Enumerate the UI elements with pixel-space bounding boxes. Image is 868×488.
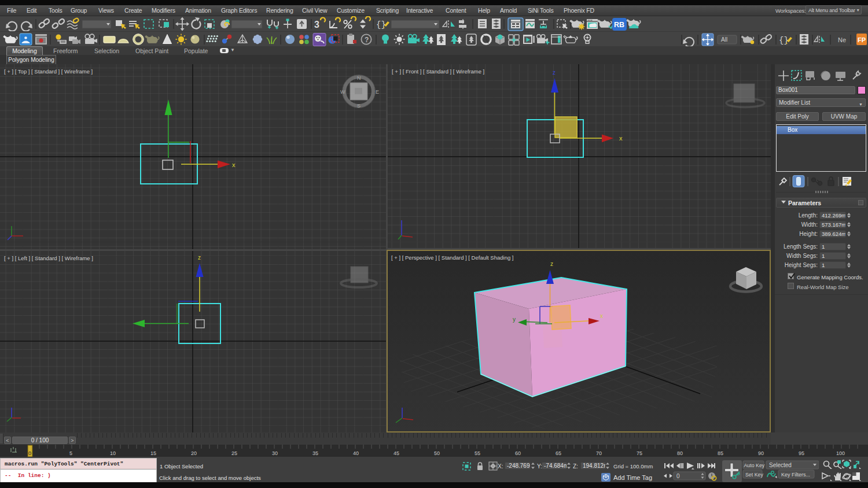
svg-text:z: z bbox=[198, 254, 201, 261]
svg-text:?: ? bbox=[365, 36, 369, 44]
svg-text:70: 70 bbox=[596, 450, 602, 456]
svg-text:25: 25 bbox=[231, 450, 237, 456]
svg-text:5: 5 bbox=[69, 450, 72, 456]
svg-text:Set Key: Set Key bbox=[745, 472, 763, 478]
svg-text:95: 95 bbox=[799, 450, 804, 456]
svg-text:x: x bbox=[600, 313, 603, 319]
svg-text:All: All bbox=[721, 36, 727, 43]
svg-text:0: 0 bbox=[28, 450, 31, 456]
svg-text:85: 85 bbox=[718, 450, 723, 456]
svg-text:E: E bbox=[376, 89, 379, 95]
svg-text:x: x bbox=[619, 135, 623, 142]
svg-text:65: 65 bbox=[556, 450, 561, 456]
svg-text:z: z bbox=[550, 261, 553, 267]
svg-text:Key Filters...: Key Filters... bbox=[781, 472, 810, 478]
svg-text:75: 75 bbox=[637, 450, 642, 456]
svg-text:3: 3 bbox=[314, 20, 319, 29]
svg-text:FP: FP bbox=[858, 36, 866, 43]
svg-text:20: 20 bbox=[191, 450, 197, 456]
svg-text:50: 50 bbox=[434, 450, 440, 456]
svg-text:Selected: Selected bbox=[769, 462, 792, 468]
svg-text:35: 35 bbox=[312, 450, 318, 456]
svg-text:W: W bbox=[340, 89, 345, 95]
svg-text:10: 10 bbox=[110, 450, 116, 456]
svg-text:S: S bbox=[357, 103, 361, 109]
svg-text:90: 90 bbox=[758, 450, 764, 456]
svg-text:15: 15 bbox=[150, 450, 156, 456]
svg-text:45: 45 bbox=[393, 450, 399, 456]
svg-text:x: x bbox=[232, 161, 236, 168]
svg-text:Ne: Ne bbox=[838, 36, 846, 43]
svg-text:40: 40 bbox=[353, 450, 359, 456]
svg-text:Auto Key: Auto Key bbox=[744, 463, 765, 468]
svg-text:0: 0 bbox=[676, 473, 680, 479]
svg-text:55: 55 bbox=[475, 450, 480, 456]
svg-text:60: 60 bbox=[515, 450, 521, 456]
svg-text:N: N bbox=[357, 75, 361, 81]
svg-text:100: 100 bbox=[836, 450, 845, 456]
svg-text:RB: RB bbox=[614, 21, 624, 29]
svg-text:y: y bbox=[513, 316, 516, 323]
svg-text:z: z bbox=[553, 69, 556, 76]
svg-text:80: 80 bbox=[677, 450, 683, 456]
svg-text:30: 30 bbox=[272, 450, 278, 456]
